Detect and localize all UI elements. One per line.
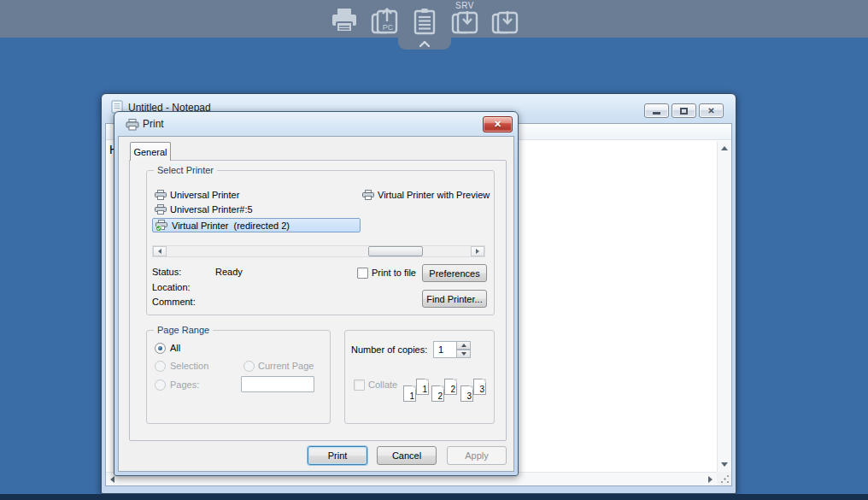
page-icon: 3 xyxy=(460,385,473,402)
find-printer-button[interactable]: Find Printer... xyxy=(422,290,487,308)
spin-up-icon xyxy=(461,344,466,347)
scrollbar-thumb[interactable] xyxy=(368,246,423,256)
page-range-caption: Page Range xyxy=(154,325,213,335)
printer-list-scrollbar[interactable] xyxy=(152,245,485,257)
page-icon: 1 xyxy=(416,379,429,395)
page-range-selection-label: Selection xyxy=(170,361,208,371)
close-button[interactable]: ✕ xyxy=(699,103,724,118)
status-value: Ready xyxy=(215,267,243,277)
clipboard-download-button[interactable] xyxy=(490,3,519,35)
print-to-file-checkbox[interactable] xyxy=(357,268,368,279)
scroll-left-arrow-icon xyxy=(158,249,161,254)
spinner-buttons xyxy=(456,341,471,358)
printer-item-virtual-preview[interactable]: Virtual Printer with Preview xyxy=(362,190,493,200)
spin-up-button[interactable] xyxy=(456,341,471,350)
printer-name: Virtual Printer with Preview xyxy=(378,190,490,200)
printer-name: Universal Printer xyxy=(170,190,239,200)
clipboard-to-pc-button[interactable]: PC xyxy=(370,3,399,35)
scroll-right-arrow-icon xyxy=(476,249,479,254)
select-printer-caption: Select Printer xyxy=(154,165,217,175)
pages-input[interactable] xyxy=(241,376,314,392)
scroll-left-button[interactable] xyxy=(153,246,167,256)
page-icon: 1 xyxy=(403,385,416,402)
cancel-button[interactable]: Cancel xyxy=(377,446,437,465)
screen-bottom-bar xyxy=(0,494,868,500)
scroll-right-arrow-icon[interactable] xyxy=(708,476,713,483)
printer-small-icon xyxy=(362,190,374,200)
page-icon: 2 xyxy=(431,385,444,402)
dialog-close-button[interactable]: ✕ xyxy=(483,116,513,132)
clipboard-to-server-button[interactable]: SRV xyxy=(450,3,479,35)
collate-label: Collate xyxy=(368,379,397,390)
number-of-copies-label: Number of copies: xyxy=(351,344,427,355)
collate-pair-2: 2 2 xyxy=(431,379,457,409)
page-range-pages-radio[interactable] xyxy=(155,379,166,391)
page-range-current-label: Current Page xyxy=(258,361,314,371)
comment-label: Comment: xyxy=(152,297,196,307)
apply-button[interactable]: Apply xyxy=(447,446,507,465)
print-dialog: Print ✕ General Select Printer Universal… xyxy=(114,111,519,476)
scroll-down-arrow-icon[interactable] xyxy=(721,462,728,467)
print-dialog-titlebar[interactable]: Print ✕ xyxy=(114,112,518,136)
print-to-file-label: Print to file xyxy=(372,268,416,278)
collate-checkbox[interactable] xyxy=(354,379,365,391)
printer-small-icon xyxy=(155,204,167,215)
printer-item-virtual-redirected[interactable]: Virtual Printer (redirected 2) xyxy=(155,220,290,232)
connection-toolbar: PC SRV xyxy=(0,0,868,38)
log-list-icon xyxy=(412,8,437,35)
maximize-button[interactable] xyxy=(672,103,696,118)
srv-label: SRV xyxy=(455,1,474,10)
copies-spinner: 1 xyxy=(433,341,471,358)
page-icon: 3 xyxy=(473,379,486,395)
scroll-up-arrow-icon[interactable] xyxy=(721,146,728,150)
page-range-all-label: All xyxy=(170,343,180,353)
svg-text:PC: PC xyxy=(383,23,394,32)
printer-name: Universal Printer#:5 xyxy=(170,204,253,215)
maximize-icon xyxy=(680,108,688,115)
location-label: Location: xyxy=(152,282,191,292)
remote-desktop-screen: { "colors": { "desktop": "#3a6ca6", "too… xyxy=(0,0,868,500)
notepad-window-controls: ✕ xyxy=(644,103,724,118)
toolbar-collapse-tab[interactable] xyxy=(398,38,451,50)
chevron-up-icon xyxy=(419,41,430,47)
printer-small-icon xyxy=(155,190,167,200)
status-label: Status: xyxy=(152,267,181,277)
page-range-pages-label: Pages: xyxy=(170,379,199,390)
clipboard-download-srv-icon xyxy=(450,8,479,35)
collate-pair-1: 1 1 xyxy=(403,379,429,409)
clipboard-upload-pc-icon: PC xyxy=(370,8,399,35)
print-redirect-button[interactable] xyxy=(330,3,359,35)
page-range-current-radio[interactable] xyxy=(243,361,255,372)
page-range-all-radio[interactable] xyxy=(155,343,166,354)
copies-value[interactable]: 1 xyxy=(433,341,457,358)
printer-name: Virtual Printer (redirected 2) xyxy=(172,221,290,231)
scroll-left-arrow-icon[interactable] xyxy=(110,476,114,483)
session-log-button[interactable] xyxy=(410,3,439,35)
clipboard-download-icon xyxy=(490,8,519,35)
close-icon: ✕ xyxy=(494,120,501,129)
page-icon: 2 xyxy=(444,379,457,395)
page-range-selection-radio[interactable] xyxy=(155,361,166,372)
printer-default-icon xyxy=(155,220,168,232)
minimize-icon xyxy=(653,112,660,115)
scrollbar-corner xyxy=(717,472,731,485)
printer-icon xyxy=(330,8,359,35)
tab-general[interactable]: General xyxy=(130,142,171,161)
notepad-vertical-scrollbar[interactable] xyxy=(717,141,731,472)
print-button[interactable]: Print xyxy=(308,446,367,465)
scroll-right-button[interactable] xyxy=(471,246,484,256)
resize-grip[interactable] xyxy=(721,475,730,484)
print-dialog-printer-icon xyxy=(126,119,139,131)
spin-down-button[interactable] xyxy=(456,350,471,358)
printer-item-universal[interactable]: Universal Printer xyxy=(155,190,239,200)
preferences-button[interactable]: Preferences xyxy=(422,264,487,282)
printer-item-universal-5[interactable]: Universal Printer#:5 xyxy=(155,204,253,215)
toolbar-icon-group: PC SRV xyxy=(330,3,519,35)
print-dialog-title: Print xyxy=(143,118,164,130)
close-icon: ✕ xyxy=(707,107,714,115)
collate-pair-3: 3 3 xyxy=(460,379,486,409)
minimize-button[interactable] xyxy=(644,103,669,118)
print-dialog-client: General Select Printer Universal Printer… xyxy=(118,136,514,472)
spin-down-icon xyxy=(461,352,466,356)
